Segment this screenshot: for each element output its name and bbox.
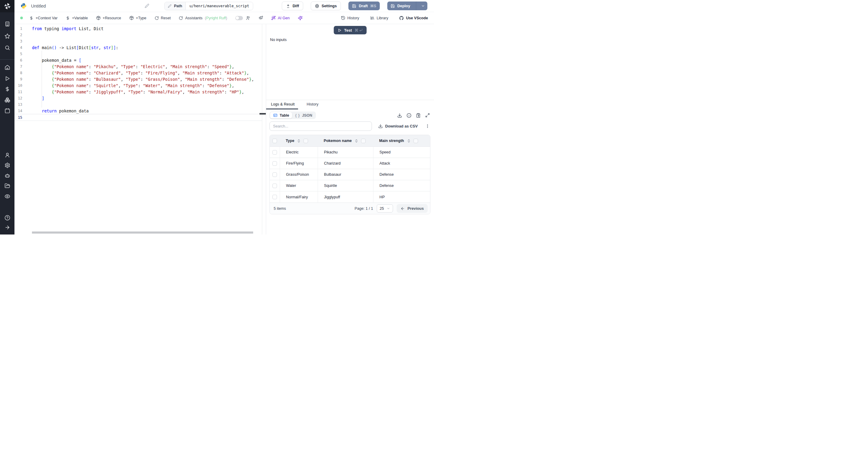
- code-line-9[interactable]: 9 {"Pokemon name": "Bulbasaur", "Type": …: [14, 76, 262, 82]
- code-line-8[interactable]: 8 {"Pokemon name": "Charizard", "Type": …: [14, 70, 262, 76]
- code-line-13[interactable]: 13: [14, 101, 262, 107]
- code-line-15[interactable]: 15: [14, 114, 262, 121]
- table-cell: Defense: [373, 169, 430, 180]
- code-text: {"Pokemon name": "Pikachu", "Type": "Ele…: [32, 64, 234, 69]
- code-line-7[interactable]: 7 {"Pokemon name": "Pikachu", "Type": "E…: [14, 63, 262, 70]
- test-button[interactable]: Test ⌘: [334, 26, 367, 34]
- sidebar-item-resources boxes-icon[interactable]: [0, 97, 14, 103]
- sort-icon[interactable]: [354, 139, 358, 143]
- ai-gen-button[interactable]: AI Gen: [271, 16, 290, 20]
- sidebar-item-settings gear-icon[interactable]: [0, 162, 14, 168]
- column-toggle[interactable]: [413, 139, 418, 143]
- split-drag-handle[interactable]: [259, 113, 266, 115]
- sidebar-item-home home-icon[interactable]: [0, 64, 14, 70]
- table-cell: Fire/Flying: [280, 158, 318, 169]
- code-editor[interactable]: 1from typing import List, Dict234def mai…: [14, 24, 262, 234]
- expand-result-icon[interactable]: [425, 113, 430, 118]
- code-line-1[interactable]: 1from typing import List, Dict: [14, 25, 262, 32]
- results-toolbar: Table { } JSON: [266, 110, 434, 121]
- path-field[interactable]: Path u/henri/maneuverable_script: [164, 2, 253, 10]
- code-line-5[interactable]: 5: [14, 51, 262, 57]
- code-text: return pokemon_data: [32, 108, 89, 113]
- line-number: 11: [14, 90, 22, 94]
- sidebar-item-search search-icon[interactable]: [0, 45, 14, 51]
- ai-sparkles-icon[interactable]: [298, 16, 303, 21]
- download-result-icon[interactable]: [397, 113, 402, 118]
- sidebar-item-audit-logs eye-icon[interactable]: [0, 193, 14, 199]
- history-button[interactable]: History: [341, 16, 359, 20]
- page-size-select[interactable]: 25: [377, 205, 393, 213]
- multiplayer-users-icon[interactable]: [246, 16, 250, 21]
- row-checkbox[interactable]: [273, 161, 277, 166]
- table-cell: Bulbasaur: [318, 169, 373, 180]
- sidebar-item-runs play-icon[interactable]: [0, 76, 14, 82]
- settings-button[interactable]: Settings: [311, 1, 341, 10]
- tab-logs-result[interactable]: Logs & Result: [266, 100, 298, 110]
- deploy-button[interactable]: Deploy: [387, 1, 427, 10]
- play-icon: [338, 28, 341, 32]
- dollar-icon: [29, 16, 33, 20]
- sidebar-item-workspace building-icon[interactable]: [0, 21, 14, 27]
- sort-icon[interactable]: [407, 139, 411, 143]
- multiplayer-toggle[interactable]: [236, 16, 243, 20]
- add-variable-button[interactable]: +Variable: [66, 16, 88, 20]
- sidebar-item-users user-icon[interactable]: [0, 152, 14, 158]
- table-row[interactable]: Grass/PoisonBulbasaurDefense: [270, 169, 430, 180]
- copy-result-icon[interactable]: [416, 113, 421, 118]
- page-indicator: Page: 1 / 1: [354, 207, 373, 211]
- view-toggle-json[interactable]: { } JSON: [292, 112, 315, 119]
- sidebar-item-help help-icon[interactable]: [0, 215, 14, 221]
- diff-button[interactable]: Diff: [282, 1, 303, 10]
- table-row[interactable]: WaterSquirtleDefense: [270, 180, 430, 191]
- table-row[interactable]: Fire/FlyingCharizardAttack: [270, 158, 430, 169]
- draft-button[interactable]: Draft ⌘S: [348, 1, 380, 10]
- code-line-2[interactable]: 2: [14, 32, 262, 38]
- use-vscode-button[interactable]: Use VScode: [399, 16, 428, 21]
- editor-horizontal-scrollbar[interactable]: [32, 231, 253, 233]
- code-line-14[interactable]: 14 return pokemon_data: [14, 107, 262, 114]
- code-line-3[interactable]: 3: [14, 38, 262, 44]
- deploy-dropdown[interactable]: [418, 4, 427, 8]
- path-value[interactable]: u/henri/maneuverable_script: [186, 2, 253, 10]
- add-context-var-button[interactable]: +Context Var: [29, 16, 58, 20]
- previous-page-button[interactable]: Previous: [397, 204, 428, 213]
- row-checkbox[interactable]: [273, 195, 277, 199]
- code-text: {"Pokemon name": "Squirtle", "Type": "Wa…: [32, 83, 234, 88]
- sidebar-item-variables dollar-icon[interactable]: [0, 86, 14, 92]
- sidebar-item-folders folder-icon[interactable]: [0, 183, 14, 189]
- info-icon[interactable]: [407, 113, 411, 118]
- assistants-button[interactable]: Assistants (Pyright Ruff): [179, 16, 227, 20]
- code-line-10[interactable]: 10 {"Pokemon name": "Squirtle", "Type": …: [14, 82, 262, 89]
- tab-history[interactable]: History: [303, 100, 322, 110]
- search-input[interactable]: [270, 122, 372, 131]
- windmill-logo-icon[interactable]: [0, 0, 14, 12]
- table-options-kebab-icon[interactable]: [425, 124, 430, 128]
- download-csv-button[interactable]: Download as CSV: [378, 124, 418, 128]
- reset-button[interactable]: Reset: [155, 16, 171, 20]
- view-toggle-table[interactable]: Table: [270, 112, 292, 119]
- code-line-11[interactable]: 11 {"Pokemon name": "Jigglypuff", "Type"…: [14, 89, 262, 95]
- add-type-button[interactable]: +Type: [129, 16, 147, 20]
- library-button[interactable]: Library: [370, 16, 389, 20]
- code-line-12[interactable]: 12 ]: [14, 95, 262, 101]
- format-brush-icon[interactable]: [258, 16, 263, 20]
- add-resource-button[interactable]: +Resource: [96, 16, 121, 20]
- edit-summary-pencil-icon[interactable]: [145, 4, 149, 8]
- code-line-6[interactable]: 6 pokemon_data = [: [14, 57, 262, 63]
- row-checkbox[interactable]: [273, 184, 277, 188]
- sort-icon[interactable]: [297, 139, 301, 143]
- magic-wand-icon: [271, 16, 276, 20]
- column-toggle[interactable]: [304, 139, 308, 143]
- select-all-checkbox[interactable]: [273, 139, 277, 143]
- table-row[interactable]: ElectricPikachuSpeed: [270, 147, 430, 158]
- table-row[interactable]: Normal/FairyJigglypuffHP: [270, 191, 430, 202]
- row-checkbox[interactable]: [273, 173, 277, 177]
- sidebar-item-expand-sidebar arrow-right-icon[interactable]: [0, 224, 14, 230]
- sidebar-item-workers robot-icon[interactable]: [0, 173, 14, 179]
- sidebar-item-favorites star-icon[interactable]: [0, 33, 14, 39]
- column-toggle[interactable]: [361, 139, 366, 143]
- code-line-4[interactable]: 4def main() -> List[Dict[str, str]]:: [14, 44, 262, 51]
- sidebar-item-schedules calendar-icon[interactable]: [0, 108, 14, 114]
- path-pencil-icon: [168, 4, 172, 8]
- row-checkbox[interactable]: [273, 150, 277, 155]
